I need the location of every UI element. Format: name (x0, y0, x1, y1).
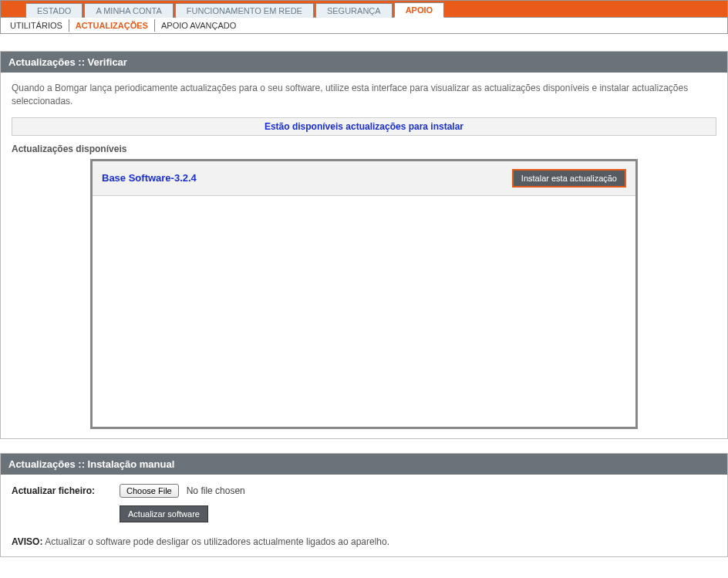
update-software-button[interactable]: Actualizar software (120, 505, 208, 522)
warning-text: AVISO: Actualizar o software pode deslig… (12, 536, 716, 547)
update-name: Base Software-3.2.4 (102, 172, 197, 184)
verify-description: Quando a Bomgar lança periodicamente act… (12, 82, 716, 108)
warning-prefix: AVISO: (12, 536, 42, 547)
subtab-apoio-avancado[interactable]: APOIO AVANÇADO (155, 19, 242, 32)
main-tab-bar: ESTADO A MINHA CONTA FUNCIONAMENTO EM RE… (0, 0, 728, 17)
file-label: Actualizar ficheiro: (12, 485, 112, 496)
panel-manual-title: Actualizações :: Instalação manual (1, 454, 727, 475)
warning-body: Actualizar o software pode desligar os u… (42, 536, 389, 547)
tab-estado[interactable]: ESTADO (25, 3, 83, 18)
tab-apoio[interactable]: APOIO (394, 2, 444, 18)
subtab-actualizacoes[interactable]: ACTUALIZAÇÕES (69, 19, 155, 32)
updates-available-notice: Estão disponíveis actualizações para ins… (12, 117, 716, 136)
submit-row: Actualizar software (12, 505, 716, 522)
install-update-button[interactable]: Instalar esta actualização (512, 169, 626, 188)
available-updates-heading: Actualizações disponíveis (12, 144, 716, 154)
available-updates-box: Base Software-3.2.4 Instalar esta actual… (90, 159, 638, 429)
update-row: Base Software-3.2.4 Instalar esta actual… (93, 161, 635, 196)
tab-funcionamento-rede[interactable]: FUNCIONAMENTO EM REDE (175, 3, 314, 18)
panel-manual-install: Actualizações :: Instalação manual Actua… (0, 453, 728, 557)
subtab-utilitarios[interactable]: UTILITÁRIOS (4, 19, 69, 32)
choose-file-button[interactable]: Choose File (120, 484, 179, 498)
panel-verify-title: Actualizações :: Verificar (1, 52, 727, 73)
panel-verify-updates: Actualizações :: Verificar Quando a Bomg… (0, 51, 728, 439)
sub-tab-bar: UTILITÁRIOS ACTUALIZAÇÕES APOIO AVANÇADO (0, 17, 728, 34)
tab-seguranca[interactable]: SEGURANÇA (315, 3, 393, 18)
file-row: Actualizar ficheiro: Choose File No file… (12, 484, 716, 498)
file-status-text: No file chosen (187, 485, 245, 496)
tab-minha-conta[interactable]: A MINHA CONTA (84, 3, 173, 18)
